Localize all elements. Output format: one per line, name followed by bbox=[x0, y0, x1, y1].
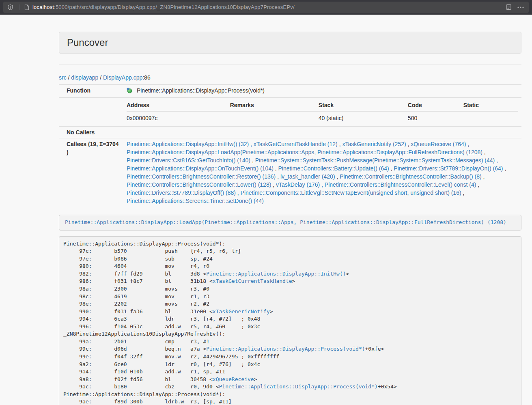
code-text: 99c: d06d beq.n a7a < bbox=[63, 346, 206, 352]
code-text: +0x54> bbox=[378, 383, 397, 390]
address-table: AddressRemarksStackCodeStatic 0x0000097c… bbox=[127, 99, 518, 125]
column-header: Code bbox=[408, 99, 463, 111]
code-text: 9ae: f89d 300b ldrb.w r3, [sp, #11] bbox=[63, 399, 232, 405]
callee-link[interactable]: xTaskGetCurrentTaskHandle (12) bbox=[254, 141, 338, 147]
function-name: Pinetime::Applications::DisplayApp::Proc… bbox=[137, 87, 265, 94]
code-text: 980: 4604 mov r4, r0 bbox=[63, 263, 209, 269]
callee-link[interactable]: Pinetime::Applications::DisplayApp::OnTo… bbox=[127, 165, 274, 172]
breadcrumb: src / displayapp / DisplayApp.cpp:86 bbox=[59, 74, 521, 81]
address-cell: 0x0000097c bbox=[127, 111, 230, 125]
callee-link[interactable]: Pinetime::Controllers::BrightnessControl… bbox=[325, 181, 476, 188]
symbol-table: Function Pinetime::Applications::Display… bbox=[59, 84, 521, 207]
breadcrumb-line-number: :86 bbox=[142, 74, 150, 81]
code-text: > bbox=[254, 376, 257, 382]
code-text: 97c: b570 push {r4, r5, r6, lr} bbox=[63, 248, 241, 254]
code-text: 98a: 2300 movs r3, #0 bbox=[63, 286, 209, 292]
address-table-row: 0x0000097c40 (static)500 bbox=[127, 111, 518, 125]
column-header: Address bbox=[127, 99, 230, 111]
callee-link[interactable]: lv_task_handler (420) bbox=[280, 173, 335, 180]
callee-link[interactable]: Pinetime::Controllers::BrightnessControl… bbox=[127, 173, 276, 180]
main-container: Puncover src / displayapp / DisplayApp.c… bbox=[59, 32, 521, 405]
callee-link[interactable]: Pinetime::Controllers::BrightnessControl… bbox=[340, 173, 481, 180]
callee-link[interactable]: Pinetime::Components::LittleVgl::SetNewT… bbox=[241, 190, 461, 196]
code-text: > bbox=[292, 278, 295, 284]
app-header-panel: Puncover bbox=[59, 32, 521, 54]
code-text: 9ac: b180 cbz r0, 9d0 < bbox=[63, 383, 219, 390]
page-actions-icon[interactable] bbox=[517, 6, 524, 8]
function-row: Function Pinetime::Applications::Display… bbox=[59, 85, 521, 98]
callee-link[interactable]: xQueueReceive (764) bbox=[411, 141, 466, 147]
page-proxy-icon bbox=[19, 4, 29, 10]
page-content: Puncover src / displayapp / DisplayApp.c… bbox=[0, 15, 532, 405]
code-text: 9a4: f10d 010b add.w r1, sp, #11 bbox=[63, 368, 225, 375]
breadcrumb-link[interactable]: displayapp bbox=[71, 74, 98, 81]
address-cell: 500 bbox=[408, 111, 463, 125]
divider bbox=[59, 65, 521, 65]
code-text: 982: f7ff fd29 bl 3d8 < bbox=[63, 271, 206, 277]
url-bar[interactable]: localhost:5000/path/src/displayapp/Displ… bbox=[3, 2, 529, 13]
function-icon bbox=[127, 88, 133, 96]
callee-link[interactable]: Pinetime::Controllers::BrightnessControl… bbox=[127, 181, 271, 188]
callee-link[interactable]: Pinetime::Drivers::Cst816S::GetTouchInfo… bbox=[127, 157, 250, 164]
callee-link[interactable]: Pinetime::Applications::Screens::Timer::… bbox=[127, 198, 264, 204]
code-text: 98c: 4619 mov r1, r3 bbox=[63, 293, 209, 299]
callee-link[interactable]: Pinetime::Controllers::Battery::Update()… bbox=[278, 165, 389, 172]
highlighted-callee-panel: Pinetime::Applications::DisplayApp::Load… bbox=[59, 215, 521, 231]
code-text: 990: f031 fa36 bl 31e00 < bbox=[63, 308, 213, 315]
callee-link[interactable]: vTaskDelay (176) bbox=[276, 181, 320, 188]
address-cell: 40 (static) bbox=[319, 111, 408, 125]
function-label: Function bbox=[59, 85, 123, 98]
address-cell bbox=[463, 111, 518, 125]
code-text: 97e: b086 sub sp, #24 bbox=[63, 256, 213, 262]
code-text: 98e: 2202 movs r2, #2 bbox=[63, 301, 209, 307]
callee-link[interactable]: Pinetime::Drivers::St7789::DisplayOn() (… bbox=[394, 165, 503, 172]
code-symbol-link[interactable]: xTaskGenericNotify bbox=[213, 308, 270, 315]
callee-link[interactable]: Pinetime::Applications::DisplayApp::Load… bbox=[127, 149, 482, 155]
code-symbol-link[interactable]: Pinetime::Applications::DisplayApp::Proc… bbox=[206, 346, 365, 352]
disassembly-block: Pinetime::Applications::DisplayApp::Proc… bbox=[59, 236, 521, 405]
tracking-protection-shield-icon[interactable] bbox=[7, 4, 13, 11]
column-header: Remarks bbox=[230, 99, 319, 111]
code-text: 994: 6ca3 ldr r3, [r4, #72] ; 0x48 bbox=[63, 316, 260, 322]
callee-link[interactable]: Pinetime::Applications::DisplayApp::Init… bbox=[127, 141, 249, 147]
code-symbol-link[interactable]: xQueueReceive bbox=[213, 376, 254, 382]
breadcrumb-separator: / bbox=[67, 74, 71, 81]
callees-label: Callees (19, Σ=3704 ) bbox=[59, 138, 123, 207]
url-host: localhost bbox=[32, 4, 54, 10]
address-table-header: AddressRemarksStackCodeStatic bbox=[127, 99, 518, 111]
callees-list: Pinetime::Applications::DisplayApp::Init… bbox=[123, 138, 521, 207]
code-text: 986: f031 f8c7 bl 31b18 < bbox=[63, 278, 213, 284]
column-header: Static bbox=[463, 99, 518, 111]
no-callers-row: No Callers bbox=[59, 127, 521, 138]
breadcrumb-separator: / bbox=[98, 74, 103, 81]
callee-link[interactable]: Pinetime::System::SystemTask::PushMessag… bbox=[255, 157, 495, 164]
highlighted-callee-link[interactable]: Pinetime::Applications::DisplayApp::Load… bbox=[65, 219, 506, 225]
code-text: 996: f104 053c add.w r5, r4, #60 ; 0x3c bbox=[63, 323, 260, 330]
callee-link[interactable]: Pinetime::Drivers::St7789::DisplayOff() … bbox=[127, 190, 236, 196]
column-header: Stack bbox=[319, 99, 408, 111]
address-row: AddressRemarksStackCodeStatic 0x0000097c… bbox=[59, 98, 521, 127]
code-symbol-link[interactable]: Pinetime::Applications::DisplayApp::Proc… bbox=[219, 383, 378, 390]
code-symbol-link[interactable]: xTaskGetCurrentTaskHandle bbox=[213, 278, 292, 284]
code-text: 9a8: f02f fd56 bl 30458 < bbox=[63, 376, 213, 382]
code-text: +0xfe> bbox=[365, 346, 384, 352]
app-title: Puncover bbox=[67, 37, 513, 48]
code-text: 99a: 2b01 cmp r3, #1 bbox=[63, 338, 209, 345]
code-text: > bbox=[270, 308, 273, 315]
code-text: 99e: f04f 32ff mov.w r2, #4294967295 ; 0… bbox=[63, 353, 279, 360]
callee-link[interactable]: xTaskGenericNotify (252) bbox=[342, 141, 406, 147]
url-path: :5000/path/src/displayapp/DisplayApp.cpp… bbox=[54, 4, 295, 10]
code-text: Pinetime::Applications::DisplayApp::Proc… bbox=[63, 391, 225, 397]
code-symbol-link[interactable]: Pinetime::Applications::DisplayApp::Init… bbox=[206, 271, 346, 277]
browser-toolbar: localhost:5000/path/src/displayapp/Displ… bbox=[0, 0, 532, 15]
url-text: localhost:5000/path/src/displayapp/Displ… bbox=[32, 4, 502, 10]
code-text: Pinetime::Applications::DisplayApp::Proc… bbox=[63, 241, 225, 247]
code-text: 9a2: 6ce0 ldr r0, [r4, #76] ; 0x4c bbox=[63, 361, 260, 367]
breadcrumb-link[interactable]: DisplayApp.cpp bbox=[103, 74, 142, 81]
breadcrumb-link[interactable]: src bbox=[59, 74, 67, 81]
callees-row: Callees (19, Σ=3704 ) Pinetime::Applicat… bbox=[59, 138, 521, 207]
address-cell bbox=[230, 111, 319, 125]
reader-mode-icon[interactable] bbox=[506, 4, 512, 10]
code-text: > bbox=[346, 271, 349, 277]
code-text: _ZN8Pinetime12Applications10DisplayApp7R… bbox=[63, 331, 225, 337]
